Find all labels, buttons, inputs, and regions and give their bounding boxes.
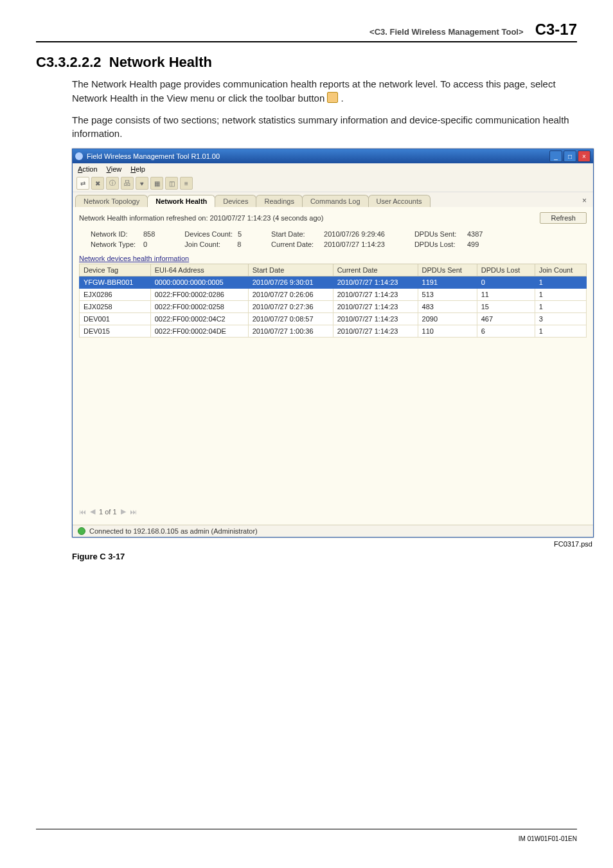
- table-cell: DEV015: [80, 325, 151, 338]
- page-header: <C3. Field Wireless Management Tool> C3-…: [36, 21, 577, 42]
- table-cell: 2010/07/27 0:08:57: [248, 313, 333, 325]
- col-device-tag[interactable]: Device Tag: [80, 264, 151, 276]
- start-date-value: 2010/07/26 9:29:46: [324, 230, 385, 238]
- toolbar-disconnect-icon[interactable]: ✖: [91, 177, 104, 190]
- header-page-number: C3-17: [535, 21, 577, 38]
- table-cell: 11: [477, 289, 535, 301]
- table-cell: 1: [535, 289, 586, 301]
- menu-view[interactable]: View: [107, 165, 122, 173]
- image-id: FC0317.psd: [72, 540, 592, 548]
- table-cell: EJX0258: [80, 301, 151, 313]
- table-row[interactable]: EJX02860022:FF00:0002:02862010/07/27 0:2…: [80, 289, 587, 301]
- table-cell: DEV001: [80, 313, 151, 325]
- window-title: Field Wireless Management Tool R1.01.00: [87, 152, 220, 160]
- table-cell: 0022:FF00:0002:0286: [150, 289, 248, 301]
- tab-commands-log[interactable]: Commands Log: [302, 195, 369, 207]
- pager-first-icon[interactable]: ⏮: [79, 508, 86, 516]
- table-cell: 0022:FF00:0002:04C2: [150, 313, 248, 325]
- current-date-value: 2010/07/27 1:14:23: [324, 240, 385, 248]
- toolbar-topology-icon[interactable]: 品: [121, 177, 134, 190]
- table-cell: 2010/07/27 1:14:23: [333, 289, 418, 301]
- toolbar-log-icon[interactable]: ≡: [180, 177, 193, 190]
- table-cell: 1: [535, 301, 586, 313]
- network-id-label: Network ID:: [91, 230, 138, 238]
- tab-close-icon[interactable]: ×: [578, 195, 591, 207]
- table-cell: 0: [477, 276, 535, 289]
- menubar: Action View Help: [73, 163, 593, 175]
- table-cell: 2010/07/27 0:27:36: [248, 301, 333, 313]
- devices-count-value: 5: [238, 230, 242, 238]
- table-cell: 110: [418, 325, 477, 338]
- footer-docid: IM 01W01F01-01EN: [519, 835, 577, 842]
- table-row[interactable]: DEV0010022:FF00:0002:04C22010/07/27 0:08…: [80, 313, 587, 325]
- toolbar-devices-icon[interactable]: ▦: [150, 177, 163, 190]
- devices-health-link[interactable]: Network devices health information: [79, 255, 587, 262]
- status-text: Connected to 192.168.0.105 as admin (Adm…: [89, 527, 258, 535]
- table-row[interactable]: EJX02580022:FF00:0002:02582010/07/27 0:2…: [80, 301, 587, 313]
- pager-next-icon[interactable]: ▶: [121, 507, 126, 516]
- toolbar-readings-icon[interactable]: ◫: [165, 177, 178, 190]
- table-cell: 2010/07/27 1:14:23: [333, 313, 418, 325]
- table-cell: 0022:FF00:0002:0258: [150, 301, 248, 313]
- close-button[interactable]: ×: [578, 150, 591, 162]
- tabbar: Network Topology Network Health Devices …: [73, 192, 593, 207]
- menu-help[interactable]: Help: [130, 165, 145, 173]
- table-cell: 15: [477, 301, 535, 313]
- refresh-info-text: Network Health information refreshed on:…: [79, 214, 323, 222]
- col-start-date[interactable]: Start Date: [248, 264, 333, 276]
- dpdus-sent-value: 4387: [467, 230, 483, 238]
- table-cell: 0000:0000:0000:0005: [150, 276, 248, 289]
- col-current-date[interactable]: Current Date: [333, 264, 418, 276]
- statusbar: Connected to 192.168.0.105 as admin (Adm…: [73, 525, 593, 537]
- devices-count-label: Devices Count:: [184, 230, 233, 238]
- status-connected-icon: [78, 527, 85, 535]
- section-heading: C3.3.2.2.2 Network Health: [36, 54, 577, 71]
- table-cell: 0022:FF00:0002:04DE: [150, 325, 248, 338]
- tab-network-health[interactable]: Network Health: [147, 195, 215, 207]
- pager: ⏮ ◀ 1 of 1 ▶ ⏭: [79, 505, 587, 518]
- menu-action[interactable]: Action: [78, 165, 98, 173]
- col-eui64[interactable]: EUI-64 Address: [150, 264, 248, 276]
- table-cell: 1: [535, 276, 586, 289]
- table-cell: 2010/07/27 1:14:23: [333, 276, 418, 289]
- col-dpdus-sent[interactable]: DPDUs Sent: [418, 264, 477, 276]
- refresh-button[interactable]: Refresh: [540, 212, 587, 224]
- table-cell: 2090: [418, 313, 477, 325]
- start-date-label: Start Date:: [271, 230, 319, 238]
- pager-prev-icon[interactable]: ◀: [90, 507, 95, 516]
- col-dpdus-lost[interactable]: DPDUs Lost: [477, 264, 535, 276]
- toolbar-info-icon[interactable]: ⓘ: [106, 177, 119, 190]
- table-cell: 6: [477, 325, 535, 338]
- titlebar: Field Wireless Management Tool R1.01.00 …: [73, 149, 593, 163]
- table-cell: 2010/07/27 0:26:06: [248, 289, 333, 301]
- tab-readings[interactable]: Readings: [256, 195, 302, 207]
- dpdus-sent-label: DPDUs Sent:: [414, 230, 462, 238]
- maximize-button[interactable]: □: [564, 150, 576, 162]
- toolbar-connect-icon[interactable]: ⇄: [76, 177, 89, 190]
- network-health-icon: [327, 92, 338, 103]
- minimize-button[interactable]: _: [549, 150, 562, 162]
- pager-last-icon[interactable]: ⏭: [130, 508, 137, 516]
- col-join-count[interactable]: Join Count: [535, 264, 586, 276]
- app-icon: [75, 152, 83, 160]
- network-id-value: 858: [143, 230, 155, 238]
- table-cell: EJX0286: [80, 289, 151, 301]
- table-cell: 1: [535, 325, 586, 338]
- table-cell: 2010/07/27 1:14:23: [333, 301, 418, 313]
- network-type-value: 0: [143, 240, 147, 248]
- tab-user-accounts[interactable]: User Accounts: [368, 195, 431, 207]
- table-cell: 2010/07/27 1:14:23: [333, 325, 418, 338]
- table-cell: 2010/07/27 1:00:36: [248, 325, 333, 338]
- table-row[interactable]: YFGW-BBR0010000:0000:0000:00052010/07/26…: [80, 276, 587, 289]
- table-cell: 1191: [418, 276, 477, 289]
- table-cell: 513: [418, 289, 477, 301]
- tab-network-topology[interactable]: Network Topology: [75, 195, 148, 207]
- table-cell: 2010/07/26 9:30:01: [248, 276, 333, 289]
- paragraph-1: The Network Health page provides communi…: [72, 77, 577, 105]
- tab-devices[interactable]: Devices: [215, 195, 256, 207]
- table-row[interactable]: DEV0150022:FF00:0002:04DE2010/07/27 1:00…: [80, 325, 587, 338]
- summary-panel: Network ID:858 Network Type:0 Devices Co…: [91, 230, 587, 248]
- devices-health-grid: Device Tag EUI-64 Address Start Date Cur…: [79, 264, 587, 338]
- footer-rule: [36, 829, 577, 829]
- toolbar-health-icon[interactable]: ♥: [136, 177, 148, 190]
